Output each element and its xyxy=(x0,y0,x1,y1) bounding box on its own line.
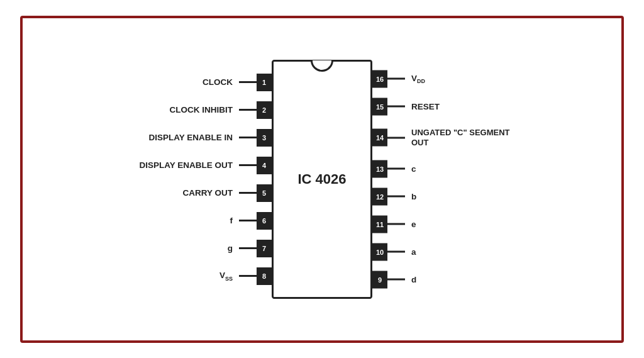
pin-15-box: 15 xyxy=(372,98,387,115)
pin-9-line xyxy=(387,279,405,281)
pin-row-6: f 6 xyxy=(139,207,272,235)
pin-11-line xyxy=(387,223,405,225)
pin-4-box: 4 xyxy=(257,157,272,174)
pin-2-label: CLOCK INHIBIT xyxy=(170,105,233,115)
pin-row-12: 12 b xyxy=(372,182,510,210)
ic-chip-body: IC 4026 xyxy=(272,60,372,299)
pin-1-line xyxy=(239,81,257,83)
ic-notch xyxy=(311,60,333,72)
pin-6-line xyxy=(239,220,257,221)
pins-right: 16 VDD 15 RESET 14 UNGATED "C" SEGMENTOU… xyxy=(372,65,510,293)
pin-13-box: 13 xyxy=(372,160,387,177)
pin-row-1: CLOCK 1 xyxy=(139,69,272,96)
pin-row-14: 14 UNGATED "C" SEGMENTOUT xyxy=(372,120,510,155)
pin-12-box: 12 xyxy=(372,187,387,205)
pin-16-box: 16 xyxy=(372,70,387,87)
pin-14-label: UNGATED "C" SEGMENTOUT xyxy=(411,128,510,147)
pin-12-line xyxy=(387,196,405,198)
pin-row-15: 15 RESET xyxy=(372,92,510,120)
pin-12-label: b xyxy=(411,192,416,201)
pin-7-box: 7 xyxy=(257,240,272,257)
pins-left: CLOCK 1 CLOCK INHIBIT 2 DISPLAY ENABLE I… xyxy=(139,69,272,290)
pin-row-7: g 7 xyxy=(139,235,272,262)
pin-3-line xyxy=(239,137,257,138)
pin-4-line xyxy=(239,164,257,166)
pin-1-label: CLOCK xyxy=(203,77,233,87)
pin-15-line xyxy=(387,106,405,108)
pin-10-line xyxy=(387,251,405,253)
diagram-container: CLOCK 1 CLOCK INHIBIT 2 DISPLAY ENABLE I… xyxy=(23,18,621,340)
pin-2-box: 2 xyxy=(257,101,272,119)
pin-row-2: CLOCK INHIBIT 2 xyxy=(139,96,272,124)
pin-4-label: DISPLAY ENABLE OUT xyxy=(139,160,233,170)
pin-15-label: RESET xyxy=(411,102,440,111)
pin-row-8: VSS 8 xyxy=(139,262,272,290)
pin-8-box: 8 xyxy=(257,267,272,285)
pin-row-9: 9 d xyxy=(372,266,510,293)
ic-label: IC 4026 xyxy=(297,171,346,187)
pin-8-label: VSS xyxy=(219,271,233,282)
pin-5-line xyxy=(239,192,257,194)
pin-2-line xyxy=(239,109,257,111)
pin-7-label: g xyxy=(228,243,233,253)
pin-13-line xyxy=(387,168,405,170)
pin-3-label: DISPLAY ENABLE IN xyxy=(148,133,233,142)
pin-row-10: 10 a xyxy=(372,238,510,266)
pin-1-box: 1 xyxy=(257,74,272,91)
pin-row-16: 16 VDD xyxy=(372,65,510,92)
pin-3-box: 3 xyxy=(257,129,272,147)
pin-row-5: CARRY OUT 5 xyxy=(139,179,272,207)
pin-5-box: 5 xyxy=(257,184,272,202)
pin-9-label: d xyxy=(411,275,416,284)
pin-5-label: CARRY OUT xyxy=(182,188,233,198)
pin-6-box: 6 xyxy=(257,212,272,230)
pin-row-4: DISPLAY ENABLE OUT 4 xyxy=(139,152,272,179)
pin-6-label: f xyxy=(230,216,233,225)
pin-8-line xyxy=(239,275,257,277)
pin-row-13: 13 c xyxy=(372,155,510,182)
pin-10-label: a xyxy=(411,247,416,257)
pin-row-3: DISPLAY ENABLE IN 3 xyxy=(139,124,272,152)
pin-7-line xyxy=(239,247,257,249)
pin-11-label: e xyxy=(411,220,416,229)
pin-13-label: c xyxy=(411,164,416,174)
pin-9-box: 9 xyxy=(372,271,387,288)
pin-row-11: 11 e xyxy=(372,210,510,238)
pin-14-box: 14 xyxy=(372,129,387,147)
pin-16-label: VDD xyxy=(411,73,425,84)
pin-10-box: 10 xyxy=(372,243,387,260)
pin-16-line xyxy=(387,78,405,80)
outer-border: CLOCK 1 CLOCK INHIBIT 2 DISPLAY ENABLE I… xyxy=(20,16,624,343)
pin-14-line xyxy=(387,137,405,138)
pin-11-box: 11 xyxy=(372,215,387,233)
